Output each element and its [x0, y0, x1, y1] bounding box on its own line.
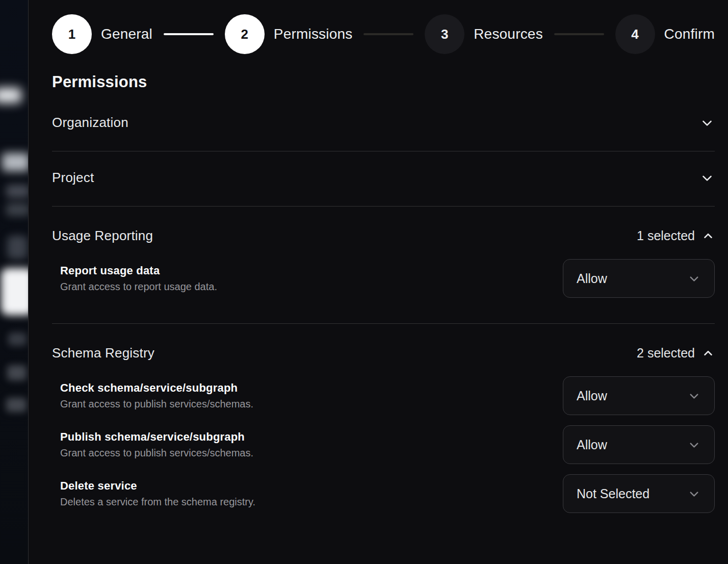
- sidebar-blur-blob: [2, 153, 28, 171]
- chevron-up-icon: [701, 347, 715, 360]
- step-resources[interactable]: 3 Resources: [425, 14, 543, 54]
- sidebar-blur-blob: [6, 203, 28, 216]
- section-schema-registry-header[interactable]: Schema Registry 2 selected: [52, 324, 715, 361]
- chevron-down-icon: [699, 170, 715, 186]
- chevron-up-icon: [701, 229, 715, 243]
- permissions-wizard-panel: 1 General 2 Permissions 3 Resources 4 Co…: [28, 0, 728, 564]
- permission-description: Grant access to report usage data.: [60, 281, 217, 293]
- permission-title: Delete service: [60, 479, 255, 493]
- permission-row-delete-service: Delete service Deletes a service from th…: [60, 474, 715, 513]
- selected-count-label: 2 selected: [637, 346, 695, 361]
- step-number-circle: 3: [425, 14, 464, 54]
- permission-row-publish-schema: Publish schema/service/subgraph Grant ac…: [60, 425, 715, 464]
- step-connector: [363, 33, 413, 35]
- step-permissions[interactable]: 2 Permissions: [225, 14, 353, 54]
- permission-select[interactable]: Allow: [563, 259, 715, 298]
- page-title: Permissions: [52, 73, 715, 91]
- chevron-down-icon: [687, 487, 701, 501]
- section-project[interactable]: Project: [52, 151, 715, 207]
- background-sidebar: [0, 0, 28, 564]
- section-usage-reporting: Usage Reporting 1 selected Report usage …: [52, 207, 715, 324]
- step-label: Resources: [474, 26, 543, 42]
- step-label: General: [101, 26, 152, 42]
- sidebar-logo-blob: [1, 268, 28, 315]
- section-schema-registry: Schema Registry 2 selected Check schema/…: [52, 324, 715, 527]
- permission-select[interactable]: Allow: [563, 376, 715, 415]
- app-window: 1 General 2 Permissions 3 Resources 4 Co…: [0, 0, 728, 564]
- step-connector: [554, 33, 604, 35]
- sidebar-blur-blob: [7, 365, 27, 380]
- sidebar-blur-blob: [7, 236, 28, 259]
- permission-title: Publish schema/service/subgraph: [60, 430, 253, 444]
- chevron-down-icon: [699, 115, 715, 131]
- section-title: Schema Registry: [52, 345, 154, 361]
- selected-count-badge: 1 selected: [637, 228, 715, 243]
- select-value: Not Selected: [577, 486, 649, 501]
- permission-select[interactable]: Allow: [563, 425, 715, 464]
- permission-select[interactable]: Not Selected: [563, 474, 715, 513]
- chevron-down-icon: [687, 272, 701, 286]
- permission-description: Grant access to publish services/schemas…: [60, 447, 253, 459]
- sidebar-blur-blob: [6, 398, 27, 412]
- select-value: Allow: [577, 389, 607, 403]
- chevron-down-icon: [687, 438, 701, 452]
- section-title: Project: [52, 170, 94, 186]
- step-general[interactable]: 1 General: [52, 14, 152, 54]
- selected-count-badge: 2 selected: [637, 346, 715, 361]
- permission-title: Report usage data: [60, 264, 217, 277]
- sidebar-blur-blob: [0, 88, 21, 103]
- sidebar-blur-blob: [6, 185, 28, 198]
- permission-row-check-schema: Check schema/service/subgraph Grant acce…: [60, 376, 715, 415]
- step-connector: [164, 33, 214, 35]
- step-label: Confirm: [664, 26, 715, 42]
- chevron-down-icon: [687, 389, 701, 403]
- step-confirm[interactable]: 4 Confirm: [615, 14, 715, 54]
- permission-description: Deletes a service from the schema regist…: [60, 496, 255, 508]
- permission-description: Grant access to publish services/schemas…: [60, 398, 253, 410]
- select-value: Allow: [577, 271, 607, 286]
- permission-row-report-usage-data: Report usage data Grant access to report…: [60, 259, 715, 298]
- permission-title: Check schema/service/subgraph: [60, 381, 253, 395]
- step-number-circle: 1: [52, 14, 92, 54]
- select-value: Allow: [577, 438, 607, 452]
- step-label: Permissions: [274, 26, 353, 42]
- sidebar-blur-blob: [8, 332, 27, 346]
- step-number-circle: 4: [615, 14, 655, 54]
- wizard-stepper: 1 General 2 Permissions 3 Resources 4 Co…: [52, 14, 715, 55]
- section-usage-reporting-header[interactable]: Usage Reporting 1 selected: [52, 207, 715, 244]
- step-number-circle: 2: [225, 14, 265, 54]
- selected-count-label: 1 selected: [637, 228, 695, 243]
- section-title: Organization: [52, 115, 128, 131]
- section-organization[interactable]: Organization: [52, 91, 715, 151]
- section-title: Usage Reporting: [52, 228, 153, 244]
